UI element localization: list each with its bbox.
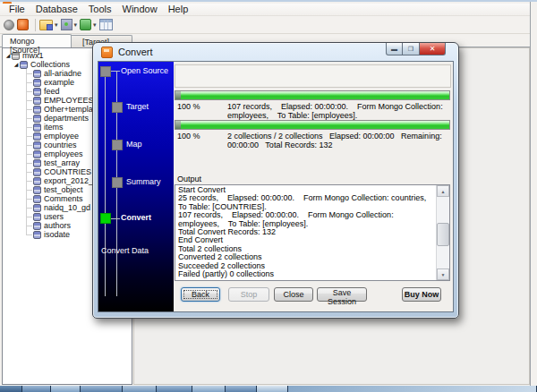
convert-dialog: Convert ▬ ❐ ✕ Open Source [92, 42, 459, 319]
wizard-step[interactable]: Target [112, 102, 149, 113]
progress-percent: 100 % [177, 102, 200, 111]
scrollbar-thumb[interactable] [437, 223, 449, 246]
collection-icon [33, 177, 41, 185]
scroll-up-icon[interactable]: ▲ [437, 185, 449, 197]
collection-icon [33, 70, 41, 78]
collection-icon [33, 222, 41, 230]
expander-icon[interactable]: ◢ [13, 60, 20, 69]
step-marker-icon [112, 102, 123, 113]
wizard-step[interactable]: Summary [112, 177, 161, 188]
minimize-button[interactable]: ▬ [386, 43, 403, 55]
window-border [530, 2, 531, 388]
stop-button: Stop [228, 287, 269, 302]
data-view-button[interactable] [99, 19, 113, 30]
dialog-button-row: Back Stop Close Save Session Buy Now [174, 287, 453, 303]
tab-label: Mongo [Source] [10, 37, 40, 55]
step-marker-icon [112, 140, 123, 150]
menu-item[interactable]: Tools [83, 4, 117, 15]
taskbar-button[interactable] [257, 386, 288, 392]
toolbar-separator [35, 19, 36, 31]
collection-icon [33, 168, 41, 176]
collection-progress-bar [175, 90, 450, 100]
close-icon[interactable]: ✕ [420, 43, 446, 55]
taskbar-button[interactable] [226, 386, 257, 392]
wizard-step[interactable]: Open Source [100, 66, 168, 77]
chevron-down-icon[interactable]: ▾ [55, 21, 58, 29]
menu-item[interactable]: Database [30, 4, 83, 15]
collection-icon [33, 159, 41, 167]
mapping-icon [61, 19, 72, 30]
wizard-step[interactable]: Convert [100, 213, 151, 224]
wizard-caption: Convert Data [101, 246, 149, 255]
maximize-button[interactable]: ❐ [403, 43, 420, 55]
refresh-icon [17, 19, 29, 30]
close-button[interactable]: Close [274, 287, 313, 302]
wizard-connector-line [105, 76, 106, 296]
collection-icon [33, 97, 41, 105]
dialog-client-area: Open Source Target Map Summary [98, 61, 454, 312]
collection-icon [33, 186, 41, 194]
refresh-button[interactable] [17, 19, 29, 30]
collection-icon [33, 115, 41, 123]
connect-button[interactable] [4, 20, 14, 30]
dialog-content: 100 % 107 records, Elapsed: 00:00:00. Fo… [174, 62, 453, 311]
taskbar-button[interactable] [81, 386, 123, 392]
convert-dialog-icon [101, 47, 113, 58]
dialog-titlebar[interactable]: Convert ▬ ❐ ✕ [93, 43, 458, 61]
tab-mongo-source[interactable]: Mongo [Source] [2, 34, 72, 47]
back-button[interactable]: Back [181, 287, 220, 302]
menu-item[interactable]: Help [163, 4, 194, 15]
mapping-button[interactable]: ▾ [61, 19, 78, 30]
taskbar-button[interactable] [51, 386, 81, 392]
total-progress-bar [175, 120, 450, 130]
menu-item[interactable]: Window [117, 4, 163, 15]
output-label: Output [177, 175, 201, 183]
output-line: 25 records, Elapsed: 00:00:00. Form Mong… [178, 194, 434, 211]
step-marker-icon [112, 177, 123, 188]
export-folder-icon [39, 20, 53, 30]
output-line: Failed (partly) 0 collections [178, 270, 434, 278]
chevron-down-icon[interactable]: ▾ [93, 21, 97, 29]
wizard-sidebar: Open Source Target Map Summary [98, 62, 174, 311]
buy-now-button[interactable]: Buy Now [402, 287, 441, 302]
collection-icon [33, 88, 41, 96]
menu-item[interactable]: File [4, 4, 30, 15]
taskbar [0, 386, 537, 392]
collections-icon [20, 61, 28, 69]
collapsed-panel [175, 64, 451, 88]
collection-icon [33, 231, 41, 239]
collection-icon [33, 141, 41, 149]
taskbar-start-button[interactable] [0, 386, 22, 392]
output-scrollbar[interactable]: ▲ ▼ [436, 185, 449, 280]
collection-icon [33, 124, 41, 132]
run-icon [80, 19, 91, 30]
collection-icon [33, 132, 41, 141]
toolbar: ▾ ▾ ▾ [0, 16, 530, 34]
taskbar-button[interactable] [22, 386, 51, 392]
progress-description: 2 collections / 2 collections Elapsed: 0… [227, 132, 449, 149]
progress-description: 107 records, Elapsed: 00:00:00. Form Mon… [227, 102, 449, 120]
export-wizard-button[interactable]: ▾ [39, 20, 58, 30]
dialog-title: Convert [118, 47, 153, 57]
menu-bar: FileDatabaseToolsWindowHelp [0, 4, 530, 16]
collection-icon [33, 79, 41, 87]
output-line: 107 records, Elapsed: 00:00:00. Form Mon… [178, 211, 434, 228]
collection-icon [33, 213, 41, 221]
step-marker-icon [100, 213, 111, 224]
wizard-step[interactable]: Map [112, 140, 142, 150]
run-button[interactable]: ▾ [80, 19, 97, 30]
taskbar-button[interactable] [192, 386, 226, 392]
collection-icon [33, 106, 41, 114]
step-marker-icon [100, 66, 111, 77]
progress-percent: 100 % [177, 132, 200, 141]
scroll-down-icon[interactable]: ▼ [437, 268, 449, 280]
connection-icon [4, 20, 14, 30]
taskbar-empty-area [288, 386, 537, 392]
output-log: Start Convert25 records, Elapsed: 00:00:… [175, 184, 450, 281]
chevron-down-icon[interactable]: ▾ [74, 21, 78, 29]
grid-icon [99, 19, 113, 30]
save-session-button[interactable]: Save Session [317, 287, 367, 302]
taskbar-button[interactable] [123, 386, 157, 392]
taskbar-button[interactable] [157, 386, 192, 392]
collection-icon [33, 150, 41, 158]
